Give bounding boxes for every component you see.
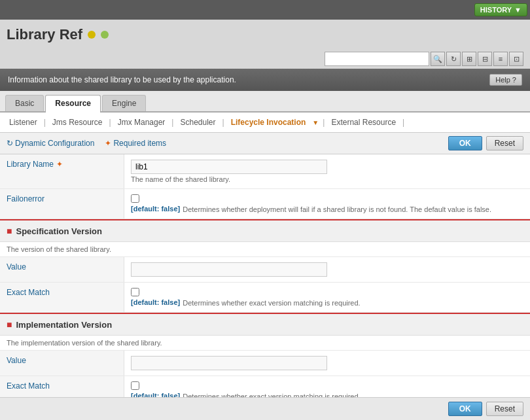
spec-exact-match-label: Exact Match [0,283,124,312]
library-name-label: Library Name ✦ [0,154,124,188]
tab-bar: Basic Resource Engine [0,91,530,113]
spec-value-row: Value [0,257,530,283]
form-content: Library Name ✦ The name of the shared li… [0,154,530,406]
status-indicator-green [101,31,109,39]
divider-3: | [171,118,173,127]
spec-version-desc: The version of the shared library. [0,242,530,257]
status-indicator-yellow [88,31,96,39]
spec-exact-match-hint: Determines whether exact version matchin… [183,299,360,307]
spec-version-input[interactable] [131,262,327,277]
dynamic-config-link[interactable]: ↻ Dynamic Configuration [7,139,94,148]
history-arrow-icon: ▼ [514,6,521,14]
library-name-input[interactable] [131,160,327,174]
impl-value-input-area [124,351,530,376]
divider-5: | [323,118,325,127]
failonerror-label-text: Failonerror [7,194,44,203]
required-items-link[interactable]: ✦ Required items [105,139,166,148]
spec-value-label-text: Value [7,262,26,271]
toolbar-right: OK Reset [448,136,523,150]
impl-value-label: Value [0,351,124,376]
ok-button-bottom[interactable]: OK [448,402,482,416]
failonerror-row: Failonerror [default: false] Determines … [0,189,530,219]
divider-2: | [109,118,111,127]
sub-nav-jms-resource[interactable]: Jms Resource [50,116,105,128]
history-label: HISTORY [480,6,512,14]
library-name-label-text: Library Name [7,160,54,169]
spec-exact-match-row: Exact Match [default: false] Determines … [0,283,530,313]
ok-button-top[interactable]: OK [448,136,482,150]
form-toolbar: ↻ Dynamic Configuration ✦ Required items… [0,133,530,154]
info-text: Information about the shared library to … [8,75,236,84]
bottom-bar: OK Reset [0,397,530,420]
dynamic-config-label: Dynamic Configuration [15,139,94,148]
tab-basic[interactable]: Basic [5,95,44,111]
reset-button-top[interactable]: Reset [486,136,523,150]
info-banner: Information about the shared library to … [0,69,530,91]
tab-resource[interactable]: Resource [45,95,101,113]
spec-exact-match-checkbox-row [131,288,523,296]
spec-value-label: Value [0,257,124,282]
toolbar-btn-3[interactable]: ≡ [493,52,508,66]
spec-exact-match-label-text: Exact Match [7,288,50,297]
toolbar-btn-4[interactable]: ⊡ [509,52,523,66]
sub-nav-jmx-manager[interactable]: Jmx Manager [115,116,168,128]
page-title: Library Ref [7,26,82,43]
failonerror-checkbox-row [131,194,523,203]
divider-4: | [222,118,224,127]
impl-version-icon: ■ [7,319,12,330]
required-items-label: Required items [113,139,166,148]
impl-version-section-header: ■ Implementation Version [0,313,530,336]
impl-exact-match-checkbox[interactable] [131,381,139,390]
search-button[interactable]: 🔍 [431,52,445,66]
refresh-icon: ↻ [7,139,13,148]
star-icon: ✦ [105,139,111,148]
spec-version-title: Specification Version [16,226,102,236]
title-area: Library Ref [0,20,530,49]
sub-nav-lifecycle[interactable]: Lifecycle Invocation [228,116,309,128]
toolbar-btn-2[interactable]: ⊟ [478,52,492,66]
help-button[interactable]: Help ? [489,74,522,86]
history-button[interactable]: HISTORY ▼ [474,3,527,16]
failonerror-default: [default: false] [131,205,180,213]
tab-engine[interactable]: Engine [102,95,146,111]
spec-exact-match-checkbox[interactable] [131,288,139,296]
top-bar: HISTORY ▼ [0,0,530,20]
sub-nav: Listener | Jms Resource | Jmx Manager | … [0,113,530,133]
help-label: Help [495,76,510,84]
impl-value-row: Value [0,351,530,376]
impl-version-title: Implementation Version [16,320,112,330]
impl-version-input[interactable] [131,356,327,370]
library-name-hint: The name of the shared library. [131,175,523,183]
refresh-button[interactable]: ↻ [446,52,461,66]
required-star: ✦ [56,160,63,169]
failonerror-value: [default: false] Determines whether depl… [124,189,530,219]
reset-button-bottom[interactable]: Reset [486,402,523,416]
impl-exact-match-label-text: Exact Match [7,381,50,391]
spec-value-input-area [124,257,530,282]
sub-nav-scheduler[interactable]: Scheduler [177,116,218,128]
failonerror-hint: Determines whether deployment will fail … [183,205,491,213]
divider-1: | [44,118,46,127]
impl-exact-match-checkbox-row [131,381,523,390]
sub-nav-listener[interactable]: Listener [7,116,40,128]
library-name-row: Library Name ✦ The name of the shared li… [0,154,530,189]
sub-nav-external-resource[interactable]: External Resource [328,116,398,128]
divider-6: | [402,118,404,127]
impl-version-desc: The implementation version of the shared… [0,336,530,351]
spec-exact-match-default: [default: false] [131,298,180,306]
dropdown-arrow-icon: ▼ [312,119,319,126]
spec-version-section-header: ■ Specification Version [0,219,530,242]
spec-version-icon: ■ [7,226,12,236]
library-name-value: The name of the shared library. [124,154,530,188]
failonerror-checkbox[interactable] [131,194,139,203]
spec-exact-match-value: [default: false] Determines whether exac… [124,283,530,312]
toolbar-left: ↻ Dynamic Configuration ✦ Required items [7,139,166,148]
search-toolbar: 🔍 ↻ ⊞ ⊟ ≡ ⊡ [0,49,530,69]
toolbar-btn-1[interactable]: ⊞ [462,52,476,66]
impl-value-label-text: Value [7,356,26,365]
search-input[interactable] [325,52,429,66]
failonerror-label: Failonerror [0,189,124,219]
